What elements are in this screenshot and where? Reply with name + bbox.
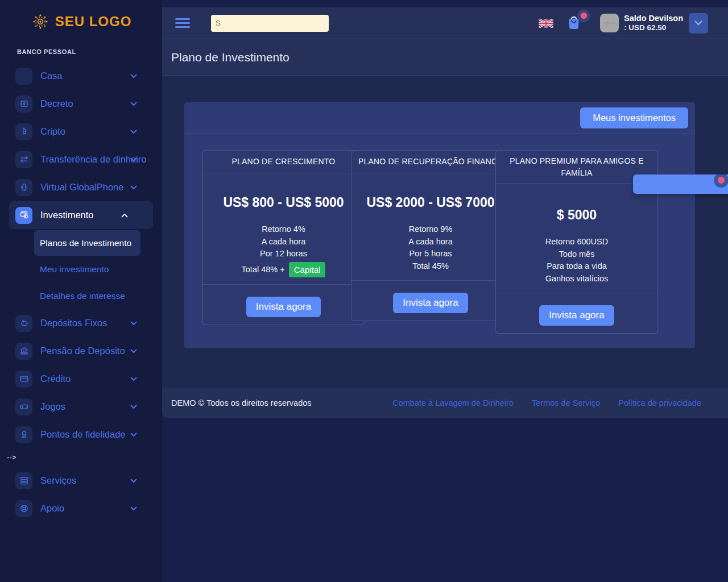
chevron-down-icon <box>130 130 137 134</box>
my-investments-button[interactable]: Meus investimentos <box>580 107 688 128</box>
sidebar-item-transferencia[interactable]: Transferência de dinheiro <box>0 146 162 173</box>
plan-details: Retorno 9% A cada hora Por 5 horas Total… <box>351 223 510 272</box>
gamepad-icon <box>15 398 32 415</box>
chevron-down-icon <box>130 506 137 511</box>
medal-icon <box>15 426 32 443</box>
plan-title: PLANO DE CRESCIMENTO <box>203 151 364 173</box>
notification-badge <box>577 10 590 22</box>
phone-icon <box>15 179 32 196</box>
sidebar-item-pontos-de-fidelidade[interactable]: Pontos de fidelidade <box>0 421 162 448</box>
plan-total-row: Total 48% + Capital <box>203 262 364 278</box>
plan-range: $ 5000 <box>496 207 657 223</box>
logo-icon <box>31 12 50 31</box>
invest-now-button[interactable]: Invista agora <box>246 297 321 317</box>
chevron-down-icon <box>130 433 137 437</box>
chevron-up-icon <box>121 213 128 218</box>
footer-links: Combate à Lavagem de Dinheiro Termos de … <box>392 398 701 408</box>
chevron-down-icon <box>130 479 137 483</box>
main-area: 300×300 Saldo Devilson : USD 62.50 Plano… <box>162 0 728 582</box>
page-header: Plano de Investimento <box>162 39 728 76</box>
banknote-icon <box>15 95 32 113</box>
submenu-item-meu-investimento[interactable]: Meu investimento <box>40 256 162 282</box>
chevron-down-icon <box>130 185 137 190</box>
sidebar-item-decreto[interactable]: Decreto <box>0 90 162 118</box>
plan-body: US$ 2000 - US$ 7000 Retorno 9% A cada ho… <box>351 173 510 280</box>
chevron-down-icon <box>130 349 137 354</box>
hamburger-menu-icon[interactable] <box>175 18 190 28</box>
plan-body: US$ 800 - US$ 5000 Retorno 4% A cada hor… <box>203 173 364 284</box>
footer-link-privacy[interactable]: Política de privacidade <box>618 398 701 408</box>
investment-plans-panel: Meus investimentos PLANO DE CRESCIMENTO … <box>184 102 695 348</box>
plan-card-crescimento: PLANO DE CRESCIMENTO US$ 800 - US$ 5000 … <box>202 150 365 325</box>
sidebar-item-servicos[interactable]: Serviços <box>0 467 162 494</box>
copyright-text: DEMO © Todos os direitos reservados <box>171 398 312 408</box>
sidebar: SEU LOGO BANCO PESSOAL Casa Decreto Crip… <box>0 0 162 582</box>
panel-header: Meus investimentos <box>184 102 695 134</box>
plan-footer: Invista agora <box>496 293 657 333</box>
invest-now-button[interactable]: Invista agora <box>539 305 614 326</box>
chevron-down-icon <box>130 157 137 162</box>
floating-tooltip <box>633 174 728 194</box>
piggy-bank-icon <box>15 315 32 332</box>
user-menu-dropdown-button[interactable] <box>689 13 708 34</box>
capital-badge: Capital <box>289 262 326 278</box>
chevron-down-icon <box>694 20 702 26</box>
sidebar-nav: Casa Decreto Cripto Transferência de din… <box>0 62 162 522</box>
chevron-down-icon <box>130 74 137 78</box>
chevron-down-icon <box>130 321 137 326</box>
sidebar-item-cripto[interactable]: Cripto <box>0 118 162 146</box>
user-info: Saldo Devilson : USD 62.50 <box>624 13 683 33</box>
footer-link-aml[interactable]: Combate à Lavagem de Dinheiro <box>392 398 514 408</box>
stray-comment-text: --> <box>7 453 162 463</box>
search-input[interactable] <box>211 15 329 32</box>
plan-range: US$ 800 - US$ 5000 <box>203 195 364 210</box>
tooltip-notification-dot <box>718 177 725 184</box>
avatar: 300×300 <box>600 14 619 32</box>
plan-details: Retorno 4% A cada hora Por 12 horas Tota… <box>203 223 364 277</box>
lifebuoy-icon <box>15 500 32 517</box>
home-icon <box>15 68 32 85</box>
plan-details: Retorno 600USD Todo mês Para toda a vida… <box>496 236 657 285</box>
sidebar-item-jogos[interactable]: Jogos <box>0 393 162 421</box>
credit-card-icon <box>15 371 32 388</box>
plan-card-recuperacao: PLANO DE RECUPERAÇÃO FINANCEIRA US$ 2000… <box>351 150 510 321</box>
bank-icon <box>15 343 32 360</box>
submenu-item-planos-de-investimento[interactable]: Planos de Investimento <box>34 230 140 256</box>
plan-footer: Invista agora <box>203 284 364 325</box>
sidebar-item-credito[interactable]: Crédito <box>0 365 162 393</box>
sidebar-item-depositos-fixos[interactable]: Depósitos Fixos <box>0 309 162 337</box>
server-icon <box>15 472 32 489</box>
bitcoin-icon <box>15 123 32 140</box>
logo-text: SEU LOGO <box>55 14 132 30</box>
plan-footer: Invista agora <box>351 280 510 321</box>
sidebar-item-globalphone[interactable]: Virtual GlobalPhone <box>0 173 162 201</box>
shopping-bag-icon[interactable] <box>565 13 585 34</box>
plan-body: $ 5000 Retorno 600USD Todo mês Para toda… <box>496 184 657 293</box>
chevron-down-icon <box>130 102 137 106</box>
logo[interactable]: SEU LOGO <box>0 0 162 34</box>
chevron-down-icon <box>130 405 137 409</box>
content-area: Meus investimentos PLANO DE CRESCIMENTO … <box>162 76 728 388</box>
plan-range: US$ 2000 - US$ 7000 <box>351 195 510 210</box>
footer-link-terms[interactable]: Termos de Serviço <box>532 398 600 408</box>
sidebar-section-label: BANCO PESSOAL <box>17 48 162 55</box>
uk-flag-icon[interactable] <box>539 19 553 28</box>
footer: DEMO © Todos os direitos reservados Comb… <box>162 388 728 418</box>
submenu-item-detalhes-de-interesse[interactable]: Detalhes de interesse <box>40 282 162 309</box>
chevron-down-icon <box>130 377 137 381</box>
topbar-right-group: 300×300 Saldo Devilson : USD 62.50 <box>539 13 708 34</box>
tooltip-notification-halo <box>714 173 728 188</box>
sidebar-item-apoio[interactable]: Apoio <box>0 494 162 522</box>
topbar: 300×300 Saldo Devilson : USD 62.50 <box>162 7 728 39</box>
sidebar-item-pensao-de-deposito[interactable]: Pensão de Depósito <box>0 337 162 365</box>
sidebar-item-casa[interactable]: Casa <box>0 62 162 90</box>
plan-title: PLANO DE RECUPERAÇÃO FINANCEIRA <box>351 151 510 173</box>
investment-icon <box>15 207 32 224</box>
page-title: Plano de Investimento <box>171 51 289 64</box>
sidebar-item-investimento[interactable]: Investimento <box>9 201 153 229</box>
invest-now-button[interactable]: Invista agora <box>393 293 468 313</box>
user-name: Saldo Devilson <box>624 13 683 23</box>
transfer-arrows-icon <box>15 151 32 168</box>
user-balance: : USD 62.50 <box>624 23 683 33</box>
